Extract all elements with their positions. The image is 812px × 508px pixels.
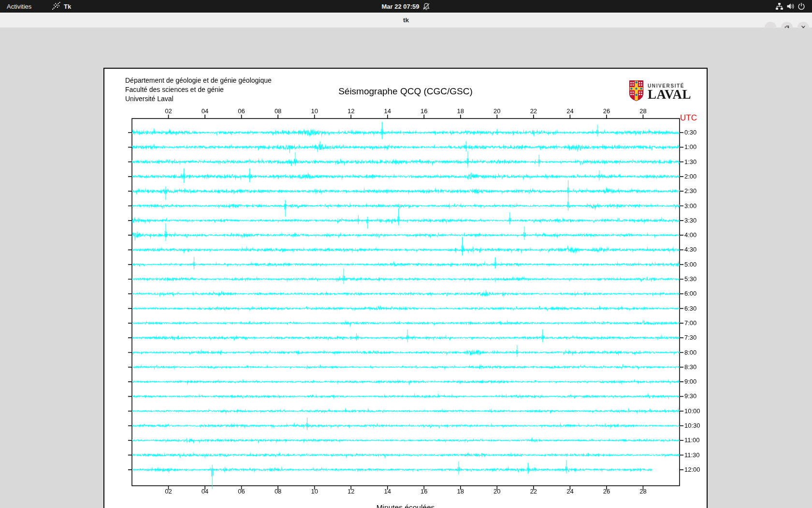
utc-time-label: 11:00 [684,436,700,444]
utc-time-label: 4:00 [684,231,696,239]
laval-crest-icon [629,80,644,104]
tk-window-body: Département de géologie et de génie géol… [0,28,812,508]
x-axis-tick-label-top: 02 [165,107,172,115]
activities-button[interactable]: Activities [7,0,31,13]
utc-time-label: 2:30 [684,187,696,194]
seismograph-canvas: Département de géologie et de génie géol… [103,68,708,508]
tk-feather-icon [52,1,61,12]
utc-time-label: 5:30 [684,275,696,283]
utc-axis-title: UTC [680,113,697,123]
x-axis-tick-label-bottom: 18 [457,488,464,495]
x-axis-tick-label-top: 26 [603,107,610,115]
institution-line-2: Faculté des sciences et de génie [125,85,272,94]
institution-line-1: Département de géologie et de génie géol… [125,76,272,85]
x-axis-tick-label-bottom: 20 [493,488,500,495]
x-axis-tick-label-top: 16 [420,107,427,115]
utc-time-label: 10:30 [684,422,700,429]
utc-time-label: 7:00 [684,319,696,327]
x-axis-tick-label-top: 24 [566,107,573,115]
utc-time-label: 10:00 [684,407,700,415]
system-status-area[interactable] [775,0,805,13]
window-titlebar[interactable]: tk [0,13,812,28]
utc-time-label: 11:30 [684,451,700,459]
x-axis-tick-label-top: 08 [275,107,281,115]
institution-line-3: Université Laval [125,94,272,104]
x-axis-tick-label-bottom: 12 [348,488,354,495]
volume-icon [786,2,795,10]
x-axis-tick-label-top: 22 [530,107,537,115]
x-axis-tick-label-top: 04 [202,107,208,115]
focused-app-name: Tk [64,3,71,10]
clock-menu[interactable]: Mar 22 07:59 [381,0,430,13]
x-axis-tick-label-bottom: 14 [384,488,391,495]
x-axis-tick-label-bottom: 28 [639,488,646,495]
window-title: tk [403,13,409,28]
utc-time-label: 7:30 [684,334,696,341]
institution-block: Département de géologie et de génie géol… [125,76,272,104]
plot-title: Séismographe QCQ (CGC/GSC) [338,86,473,97]
x-axis-tick-label-bottom: 16 [420,488,427,495]
utc-time-label: 4:30 [684,246,696,253]
x-axis-title: Minutes écoulées [377,503,435,508]
focused-app-menu[interactable]: Tk [52,0,71,13]
utc-time-label: 9:00 [684,378,696,385]
x-axis-tick-label-top: 20 [493,107,500,115]
gnome-top-bar: Activities Tk Mar 22 07:59 [0,0,812,13]
x-axis-tick-label-bottom: 10 [311,488,318,495]
clock-label: Mar 22 07:59 [381,3,419,10]
x-axis-tick-label-top: 28 [639,107,646,115]
utc-time-label: 5:00 [684,261,696,268]
utc-time-label: 9:30 [684,392,696,400]
x-axis-tick-label-top: 18 [457,107,464,115]
utc-time-label: 2:00 [684,173,696,180]
bell-crossed-icon [422,2,431,11]
laval-wordmark: UNIVERSITÉ LAVAL [648,83,691,101]
x-axis-tick-label-bottom: 04 [202,488,208,495]
utc-time-label: 6:30 [684,305,696,312]
utc-time-label: 6:00 [684,290,696,297]
desktop: Activities Tk Mar 22 07:59 [0,0,812,508]
utc-time-label: 8:00 [684,349,696,356]
seismogram-plot [104,69,707,508]
activities-label: Activities [7,3,31,10]
network-icon [775,2,783,10]
utc-time-label: 12:00 [684,466,700,473]
utc-time-label: 1:30 [684,158,696,165]
universite-laval-logo: UNIVERSITÉ LAVAL [629,80,691,104]
x-axis-tick-label-top: 06 [238,107,245,115]
x-axis-tick-label-bottom: 08 [275,488,281,495]
x-axis-tick-label-bottom: 22 [530,488,537,495]
x-axis-tick-label-bottom: 06 [238,488,245,495]
logo-laval-text: LAVAL [648,89,691,101]
x-axis-tick-label-top: 10 [311,107,318,115]
utc-time-label: 0:30 [684,129,696,136]
x-axis-tick-label-bottom: 02 [165,488,172,495]
x-axis-tick-label-top: 12 [348,107,354,115]
utc-time-label: 3:00 [684,202,696,209]
utc-time-label: 3:30 [684,217,696,224]
x-axis-tick-label-bottom: 24 [566,488,573,495]
utc-time-label: 1:00 [684,143,696,150]
utc-time-label: 8:30 [684,363,696,371]
x-axis-tick-label-top: 14 [384,107,391,115]
x-axis-tick-label-bottom: 26 [603,488,610,495]
power-icon [798,2,805,10]
